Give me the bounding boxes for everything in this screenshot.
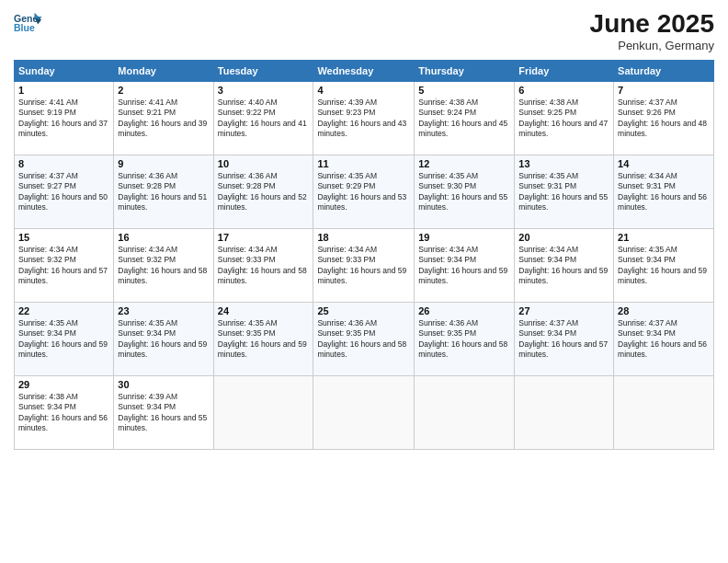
day-info: Sunrise: 4:34 AM Sunset: 9:31 PM Dayligh… bbox=[618, 171, 710, 213]
day-number: 8 bbox=[18, 158, 109, 169]
day-info: Sunrise: 4:36 AM Sunset: 9:35 PM Dayligh… bbox=[418, 318, 510, 361]
day-info: Sunrise: 4:35 AM Sunset: 9:31 PM Dayligh… bbox=[518, 171, 609, 213]
day-number: 3 bbox=[218, 85, 310, 96]
day-number: 29 bbox=[18, 379, 109, 390]
day-info: Sunrise: 4:41 AM Sunset: 9:19 PM Dayligh… bbox=[18, 98, 109, 140]
day-info: Sunrise: 4:37 AM Sunset: 9:34 PM Dayligh… bbox=[518, 318, 609, 361]
day-header: Thursday bbox=[415, 61, 515, 82]
day-number: 24 bbox=[218, 305, 310, 316]
day-number: 19 bbox=[418, 232, 510, 243]
calendar-cell: 28 Sunrise: 4:37 AM Sunset: 9:34 PM Dayl… bbox=[614, 303, 714, 376]
location: Penkun, Germany bbox=[590, 39, 714, 52]
day-info: Sunrise: 4:41 AM Sunset: 9:21 PM Dayligh… bbox=[118, 98, 209, 140]
day-number: 15 bbox=[18, 232, 109, 243]
day-info: Sunrise: 4:34 AM Sunset: 9:34 PM Dayligh… bbox=[418, 245, 510, 287]
day-info: Sunrise: 4:36 AM Sunset: 9:28 PM Dayligh… bbox=[218, 171, 310, 213]
day-number: 9 bbox=[118, 158, 209, 169]
day-info: Sunrise: 4:38 AM Sunset: 9:25 PM Dayligh… bbox=[518, 98, 609, 140]
day-number: 17 bbox=[218, 232, 310, 243]
calendar-cell bbox=[415, 376, 515, 450]
day-info: Sunrise: 4:35 AM Sunset: 9:29 PM Dayligh… bbox=[317, 171, 410, 213]
day-number: 2 bbox=[118, 85, 209, 96]
day-number: 21 bbox=[618, 232, 710, 243]
day-number: 10 bbox=[218, 158, 310, 169]
day-info: Sunrise: 4:35 AM Sunset: 9:34 PM Dayligh… bbox=[618, 245, 710, 287]
calendar-cell: 26 Sunrise: 4:36 AM Sunset: 9:35 PM Dayl… bbox=[415, 303, 515, 376]
day-number: 18 bbox=[317, 232, 410, 243]
calendar-cell: 10 Sunrise: 4:36 AM Sunset: 9:28 PM Dayl… bbox=[213, 155, 313, 229]
calendar-cell: 12 Sunrise: 4:35 AM Sunset: 9:30 PM Dayl… bbox=[415, 155, 515, 229]
day-info: Sunrise: 4:38 AM Sunset: 9:24 PM Dayligh… bbox=[418, 98, 510, 140]
calendar-cell: 16 Sunrise: 4:34 AM Sunset: 9:32 PM Dayl… bbox=[114, 229, 213, 303]
calendar-cell: 5 Sunrise: 4:38 AM Sunset: 9:24 PM Dayli… bbox=[415, 82, 515, 155]
day-number: 26 bbox=[418, 305, 510, 316]
day-header: Friday bbox=[515, 61, 614, 82]
title-block: June 2025 Penkun, Germany bbox=[590, 9, 714, 52]
calendar-cell: 1 Sunrise: 4:41 AM Sunset: 9:19 PM Dayli… bbox=[15, 82, 114, 155]
day-info: Sunrise: 4:37 AM Sunset: 9:27 PM Dayligh… bbox=[18, 171, 109, 213]
calendar-cell: 9 Sunrise: 4:36 AM Sunset: 9:28 PM Dayli… bbox=[114, 155, 213, 229]
day-number: 25 bbox=[317, 305, 410, 316]
day-info: Sunrise: 4:34 AM Sunset: 9:34 PM Dayligh… bbox=[518, 245, 609, 287]
calendar-cell: 20 Sunrise: 4:34 AM Sunset: 9:34 PM Dayl… bbox=[515, 229, 614, 303]
calendar-cell: 8 Sunrise: 4:37 AM Sunset: 9:27 PM Dayli… bbox=[15, 155, 114, 229]
calendar-cell: 24 Sunrise: 4:35 AM Sunset: 9:35 PM Dayl… bbox=[213, 303, 313, 376]
calendar-cell: 18 Sunrise: 4:34 AM Sunset: 9:33 PM Dayl… bbox=[313, 229, 415, 303]
day-header: Wednesday bbox=[313, 61, 415, 82]
day-number: 28 bbox=[618, 305, 710, 316]
calendar-cell: 3 Sunrise: 4:40 AM Sunset: 9:22 PM Dayli… bbox=[213, 82, 313, 155]
calendar-cell bbox=[213, 376, 313, 450]
day-info: Sunrise: 4:35 AM Sunset: 9:34 PM Dayligh… bbox=[18, 318, 109, 361]
calendar-cell bbox=[614, 376, 714, 450]
svg-text:Blue: Blue bbox=[14, 22, 35, 33]
day-number: 7 bbox=[618, 85, 710, 96]
calendar-cell: 2 Sunrise: 4:41 AM Sunset: 9:21 PM Dayli… bbox=[114, 82, 213, 155]
day-number: 1 bbox=[18, 85, 109, 96]
day-info: Sunrise: 4:36 AM Sunset: 9:28 PM Dayligh… bbox=[118, 171, 209, 213]
calendar-cell: 17 Sunrise: 4:34 AM Sunset: 9:33 PM Dayl… bbox=[213, 229, 313, 303]
calendar-cell: 14 Sunrise: 4:34 AM Sunset: 9:31 PM Dayl… bbox=[614, 155, 714, 229]
day-header: Monday bbox=[114, 61, 213, 82]
day-info: Sunrise: 4:34 AM Sunset: 9:32 PM Dayligh… bbox=[118, 245, 209, 287]
day-header: Saturday bbox=[614, 61, 714, 82]
logo: General Blue bbox=[14, 9, 41, 37]
day-number: 20 bbox=[518, 232, 609, 243]
day-info: Sunrise: 4:39 AM Sunset: 9:23 PM Dayligh… bbox=[317, 98, 410, 140]
day-number: 30 bbox=[118, 379, 209, 390]
day-number: 12 bbox=[418, 158, 510, 169]
day-info: Sunrise: 4:38 AM Sunset: 9:34 PM Dayligh… bbox=[18, 392, 109, 434]
day-info: Sunrise: 4:35 AM Sunset: 9:35 PM Dayligh… bbox=[218, 318, 310, 361]
page: General Blue June 2025 Penkun, Germany S… bbox=[0, 0, 728, 563]
day-number: 14 bbox=[618, 158, 710, 169]
calendar-cell: 11 Sunrise: 4:35 AM Sunset: 9:29 PM Dayl… bbox=[313, 155, 415, 229]
day-number: 6 bbox=[518, 85, 609, 96]
calendar-cell: 22 Sunrise: 4:35 AM Sunset: 9:34 PM Dayl… bbox=[15, 303, 114, 376]
day-number: 16 bbox=[118, 232, 209, 243]
header: General Blue June 2025 Penkun, Germany bbox=[14, 9, 714, 52]
calendar-cell: 19 Sunrise: 4:34 AM Sunset: 9:34 PM Dayl… bbox=[415, 229, 515, 303]
day-info: Sunrise: 4:37 AM Sunset: 9:34 PM Dayligh… bbox=[618, 318, 710, 361]
calendar-cell: 30 Sunrise: 4:39 AM Sunset: 9:34 PM Dayl… bbox=[114, 376, 213, 450]
day-info: Sunrise: 4:37 AM Sunset: 9:26 PM Dayligh… bbox=[618, 98, 710, 140]
month-title: June 2025 bbox=[590, 9, 714, 39]
day-info: Sunrise: 4:34 AM Sunset: 9:33 PM Dayligh… bbox=[218, 245, 310, 287]
calendar-cell: 29 Sunrise: 4:38 AM Sunset: 9:34 PM Dayl… bbox=[15, 376, 114, 450]
day-number: 11 bbox=[317, 158, 410, 169]
calendar-cell: 27 Sunrise: 4:37 AM Sunset: 9:34 PM Dayl… bbox=[515, 303, 614, 376]
calendar: SundayMondayTuesdayWednesdayThursdayFrid… bbox=[14, 60, 714, 450]
day-info: Sunrise: 4:39 AM Sunset: 9:34 PM Dayligh… bbox=[118, 392, 209, 434]
calendar-cell: 13 Sunrise: 4:35 AM Sunset: 9:31 PM Dayl… bbox=[515, 155, 614, 229]
day-info: Sunrise: 4:40 AM Sunset: 9:22 PM Dayligh… bbox=[218, 98, 310, 140]
day-header: Sunday bbox=[15, 61, 114, 82]
day-info: Sunrise: 4:34 AM Sunset: 9:33 PM Dayligh… bbox=[317, 245, 410, 287]
calendar-cell bbox=[515, 376, 614, 450]
calendar-cell: 23 Sunrise: 4:35 AM Sunset: 9:34 PM Dayl… bbox=[114, 303, 213, 376]
calendar-cell: 7 Sunrise: 4:37 AM Sunset: 9:26 PM Dayli… bbox=[614, 82, 714, 155]
day-info: Sunrise: 4:34 AM Sunset: 9:32 PM Dayligh… bbox=[18, 245, 109, 287]
calendar-cell: 15 Sunrise: 4:34 AM Sunset: 9:32 PM Dayl… bbox=[15, 229, 114, 303]
day-info: Sunrise: 4:36 AM Sunset: 9:35 PM Dayligh… bbox=[317, 318, 410, 361]
calendar-cell: 6 Sunrise: 4:38 AM Sunset: 9:25 PM Dayli… bbox=[515, 82, 614, 155]
day-number: 13 bbox=[518, 158, 609, 169]
day-number: 4 bbox=[317, 85, 410, 96]
day-number: 5 bbox=[418, 85, 510, 96]
